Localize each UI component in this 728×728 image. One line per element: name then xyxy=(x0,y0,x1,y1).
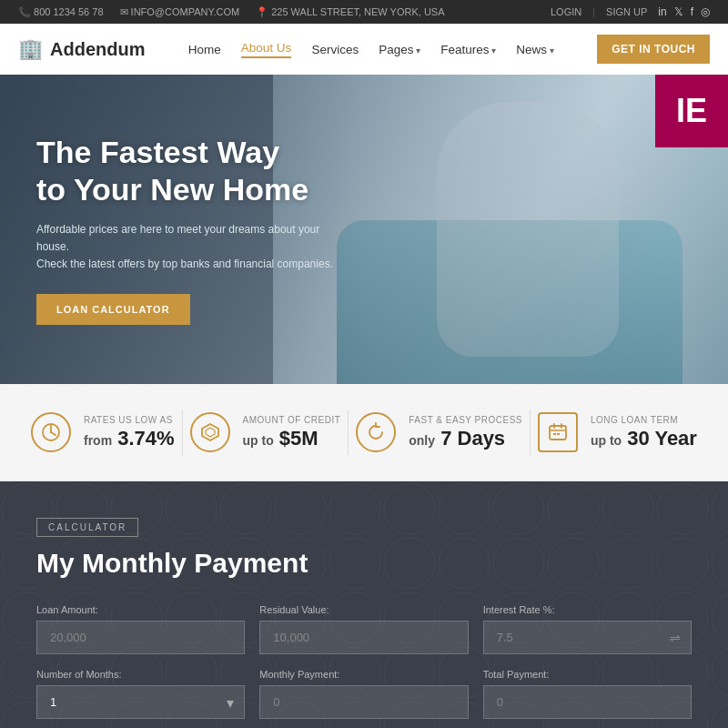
monthly-payment-label: Monthly Payment: xyxy=(259,669,468,680)
hero-title: The Fastest Wayto Your New Home xyxy=(36,134,346,208)
interest-rate-input[interactable] xyxy=(483,621,692,654)
rate-icon xyxy=(31,412,71,452)
num-months-label: Number of Months: xyxy=(36,669,245,680)
residual-value-field: Residual Value: xyxy=(259,604,468,654)
hero-subtitle: Affordable prices are here to meet your … xyxy=(36,221,346,274)
stat-rate: RATES US LOW AS from 3.74% xyxy=(31,412,175,452)
twitter-icon[interactable]: 𝕏 xyxy=(674,5,683,18)
process-icon xyxy=(356,412,396,452)
stat-rate-value: from 3.74% xyxy=(84,427,175,450)
residual-value-label: Residual Value: xyxy=(259,604,468,615)
stat-process: FAST & EASY PROCESS only 7 Days xyxy=(356,412,522,452)
monthly-payment-input[interactable] xyxy=(259,685,468,719)
nav-news[interactable]: News xyxy=(516,43,554,56)
calculator-badge: CALCULATOR xyxy=(36,518,138,537)
residual-value-input[interactable] xyxy=(259,621,468,654)
svg-rect-7 xyxy=(553,433,556,435)
address-info: 📍 225 WALL STREET, NEW YORK, USA xyxy=(256,6,444,18)
stat-process-label: FAST & EASY PROCESS xyxy=(409,415,522,425)
loan-amount-field: Loan Amount: xyxy=(36,604,245,654)
amount-icon xyxy=(190,412,230,452)
calculator-title: My Monthly Payment xyxy=(36,548,692,579)
nav-home[interactable]: Home xyxy=(188,43,221,56)
instagram-icon[interactable]: ◎ xyxy=(701,5,710,18)
calculator-section: CALCULATOR My Monthly Payment Loan Amoun… xyxy=(0,481,728,728)
interest-rate-field: Interest Rate %: ⇌ xyxy=(483,604,692,654)
login-link[interactable]: LOGIN xyxy=(551,6,581,17)
stat-term: LONG LOAN TERM up to 30 Year xyxy=(538,412,697,452)
hero-content: The Fastest Wayto Your New Home Affordab… xyxy=(0,134,382,324)
social-icons: in 𝕏 f ◎ xyxy=(658,5,710,18)
total-payment-input[interactable] xyxy=(483,685,692,719)
nav-services[interactable]: Services xyxy=(311,43,359,56)
monthly-payment-field: Monthly Payment: xyxy=(259,669,468,719)
facebook-icon[interactable]: f xyxy=(691,5,693,18)
calculator-form: Loan Amount: Residual Value: Interest Ra… xyxy=(36,604,692,719)
total-payment-field: Total Payment: xyxy=(483,669,692,719)
stat-term-label: LONG LOAN TERM xyxy=(591,415,697,425)
top-bar: 📞 800 1234 56 78 ✉ INFO@COMPANY.COM 📍 22… xyxy=(0,0,728,24)
get-in-touch-button[interactable]: GET IN TOUCH xyxy=(597,35,710,64)
stat-amount-label: AMOUNT OF CREDIT xyxy=(243,415,341,425)
stats-bar: RATES US LOW AS from 3.74% AMOUNT OF CRE… xyxy=(0,384,728,481)
main-nav: Home About Us Services Pages Features Ne… xyxy=(188,41,554,58)
logo-icon: 🏢 xyxy=(18,37,43,61)
loan-amount-label: Loan Amount: xyxy=(36,604,245,615)
logo-text: Addendum xyxy=(50,39,145,60)
interest-rate-label: Interest Rate %: xyxy=(483,604,692,615)
stat-amount: AMOUNT OF CREDIT up to $5M xyxy=(190,412,341,452)
num-months-field: Number of Months: 1 3 6 12 24 36 60 xyxy=(36,669,245,719)
svg-rect-8 xyxy=(557,433,560,435)
hero-section: IE The Fastest Wayto Your New Home Affor… xyxy=(0,75,728,384)
email-info: ✉ INFO@COMPANY.COM xyxy=(120,6,240,18)
loan-calculator-button[interactable]: LOAN CALCULATOR xyxy=(36,294,190,325)
top-bar-right: LOGIN | SIGN UP in 𝕏 f ◎ xyxy=(551,5,710,18)
percent-icon: ⇌ xyxy=(670,631,681,645)
svg-rect-3 xyxy=(550,426,566,440)
loan-amount-input[interactable] xyxy=(36,621,245,654)
phone-info: 📞 800 1234 56 78 xyxy=(18,6,104,18)
top-bar-contact: 📞 800 1234 56 78 ✉ INFO@COMPANY.COM 📍 22… xyxy=(18,6,445,18)
svg-marker-2 xyxy=(206,428,215,437)
num-months-select[interactable]: 1 3 6 12 24 36 60 xyxy=(36,685,245,719)
elementor-badge: IE xyxy=(655,75,728,147)
logo: 🏢 Addendum xyxy=(18,37,145,61)
total-payment-label: Total Payment: xyxy=(483,669,692,680)
stat-amount-value: up to $5M xyxy=(243,427,341,450)
nav-features[interactable]: Features xyxy=(440,43,496,56)
linkedin-icon[interactable]: in xyxy=(658,5,666,18)
svg-marker-1 xyxy=(202,424,218,440)
stat-term-value: up to 30 Year xyxy=(591,427,697,450)
nav-pages[interactable]: Pages xyxy=(379,43,420,56)
stat-rate-label: RATES US LOW AS xyxy=(84,415,175,425)
signup-link[interactable]: SIGN UP xyxy=(606,6,647,17)
nav-about[interactable]: About Us xyxy=(241,41,292,58)
stat-process-value: only 7 Days xyxy=(409,427,522,450)
calc-row-1: Loan Amount: Residual Value: Interest Ra… xyxy=(36,604,692,654)
header: 🏢 Addendum Home About Us Services Pages … xyxy=(0,24,728,75)
term-icon xyxy=(538,412,578,452)
calc-row-2: Number of Months: 1 3 6 12 24 36 60 Mont… xyxy=(36,669,692,719)
